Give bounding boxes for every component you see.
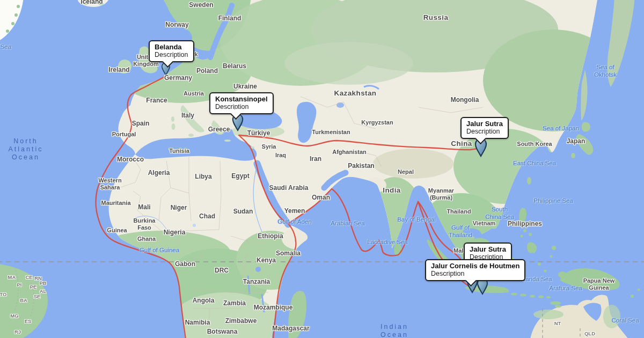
map-page: { "canvas": {"width": 1200, "height": 63… <box>0 0 644 338</box>
tooltip-title: Konstansinopel <box>215 95 268 103</box>
tooltip-title: Jalur Sutra <box>470 245 506 253</box>
tooltip-jalur-cornelis-de-houtmen[interactable]: Jalur Cornelis de Houtmen Description <box>425 259 525 281</box>
tooltip-description: Description <box>155 51 188 58</box>
tooltip-description: Description <box>431 270 519 277</box>
tooltip-belanda[interactable]: Belanda Description <box>149 40 194 62</box>
tooltip-description: Description <box>466 128 503 135</box>
tooltip-title: Jalur Cornelis de Houtmen <box>431 262 519 270</box>
tooltip-description: Description <box>215 103 268 111</box>
tooltip-konstansinopel[interactable]: Konstansinopel Description <box>209 92 274 114</box>
tooltip-title: Jalur Sutra <box>466 120 503 128</box>
map-canvas[interactable] <box>0 0 644 338</box>
tooltip-jalur-sutra-china[interactable]: Jalur Sutra Description <box>460 117 509 139</box>
tooltip-title: Belanda <box>155 43 188 51</box>
